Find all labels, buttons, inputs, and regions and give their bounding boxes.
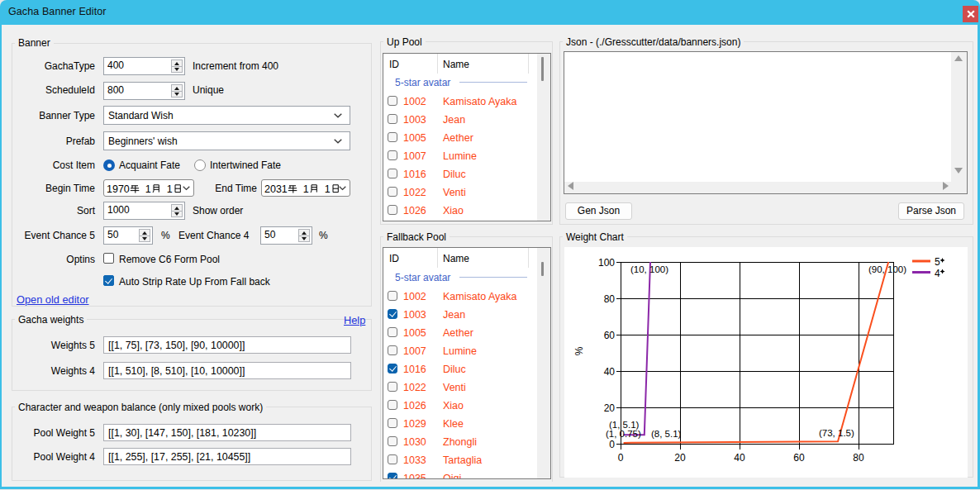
svg-text:(73, 1.5): (73, 1.5): [819, 428, 854, 438]
svg-text:4: 4: [935, 268, 940, 279]
svg-text:80: 80: [853, 452, 864, 464]
svg-text:%: %: [573, 346, 585, 355]
svg-text:40: 40: [734, 452, 745, 464]
svg-text:60: 60: [793, 452, 805, 464]
svg-text:100: 100: [598, 257, 615, 269]
svg-text:(8, 5.1): (8, 5.1): [651, 429, 682, 439]
svg-text:0: 0: [609, 439, 615, 450]
svg-text:(90, 100): (90, 100): [868, 264, 906, 274]
svg-text:5: 5: [935, 256, 940, 268]
svg-text:60: 60: [604, 330, 616, 341]
svg-text:40: 40: [604, 366, 616, 378]
svg-text:20: 20: [604, 402, 616, 414]
svg-text:(1, 0.75): (1, 0.75): [606, 429, 641, 439]
svg-text:20: 20: [674, 452, 686, 464]
svg-text:0: 0: [618, 452, 624, 464]
svg-text:(10, 100): (10, 100): [630, 264, 668, 274]
svg-text:80: 80: [604, 293, 616, 305]
